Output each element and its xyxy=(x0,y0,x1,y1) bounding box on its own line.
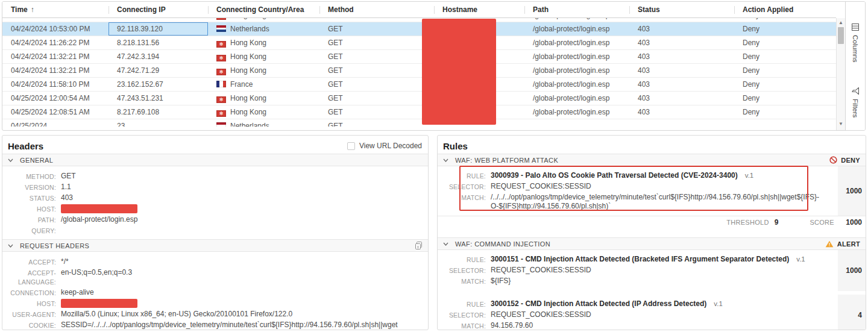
section-title: WAF: COMMAND INJECTION xyxy=(455,240,550,248)
chevron-down-icon[interactable] xyxy=(8,158,13,162)
rule-text: 3000151 - CMD Injection Attack Detected … xyxy=(491,255,814,265)
waf-web-platform-attack-section-header[interactable]: WAF: WEB PLATFORM ATTACK DENY xyxy=(438,154,866,166)
table-row[interactable]: 04/24/2024 11:32:21 PM 47.242.3.194 Hong… xyxy=(2,50,836,64)
cell-action: Deny xyxy=(734,18,836,22)
deny-action-label: DENY xyxy=(841,157,860,164)
chevron-down-icon[interactable] xyxy=(443,158,448,162)
partial-row-bottom: 04/25/2024 23. Netherlands GET xyxy=(2,119,836,127)
field-value: 1.1 xyxy=(61,183,78,192)
rule-3000151-block: RULE:3000151 - CMD Injection Attack Dete… xyxy=(438,250,866,291)
match-value: ${IFS} xyxy=(491,277,519,286)
cell-country: Netherlands xyxy=(208,119,319,127)
events-table-card: Time↑ Connecting IP Connecting Country/A… xyxy=(2,1,866,131)
columns-button[interactable]: Columns xyxy=(852,23,859,62)
selector-label: SELECTOR: xyxy=(438,182,491,192)
cell-ip: 47.242.71.29 xyxy=(108,64,208,77)
column-header-path[interactable]: Path xyxy=(524,2,629,17)
netherlands-flag-icon xyxy=(216,25,226,32)
table-row[interactable]: 04/25/2024 12:00:54 AM 47.243.51.231 Hon… xyxy=(2,92,836,105)
match-value: /../../../opt/panlogs/tmp/device_telemet… xyxy=(491,193,828,211)
column-header-country[interactable]: Connecting Country/Area xyxy=(208,2,319,17)
cell-country: Hong Kong xyxy=(208,64,319,77)
cell-path: /global-protect/login.esp xyxy=(524,92,629,105)
view-url-decoded-label: View URL Decoded xyxy=(359,142,422,150)
chevron-down-icon[interactable] xyxy=(8,244,13,248)
waf-event-page: Time↑ Connecting IP Connecting Country/A… xyxy=(0,0,868,335)
cell-method: GET xyxy=(319,119,434,127)
table-row[interactable]: 04/24/2024 11:58:10 PM 23.162.152.67 Fra… xyxy=(2,78,836,92)
cell-country: France xyxy=(208,78,319,91)
chevron-down-icon[interactable] xyxy=(443,242,448,246)
request-header-fields: ACCEPT:*/* ACCEPT-LANGUAGE:en-US;q=0.5,e… xyxy=(2,252,428,330)
field-label: STATUS: xyxy=(2,193,61,203)
cell-time: 04/24/2024 11:26:22 PM xyxy=(2,36,108,49)
field-value: 403 xyxy=(61,193,80,203)
deny-prohibition-icon xyxy=(829,156,837,164)
cell-time: 04/24/2024 11:32:21 PM xyxy=(2,64,108,77)
cell-time: 04/25/2024 xyxy=(2,119,108,127)
table-row[interactable]: 04/24/2024 11:26:22 PM 8.218.131.56 Hong… xyxy=(2,36,836,50)
cell-ip-focused[interactable]: 92.118.39.120 xyxy=(108,22,208,36)
france-flag-icon xyxy=(216,81,226,87)
column-header-status[interactable]: Status xyxy=(629,2,734,17)
cell-action: Deny xyxy=(734,105,836,119)
column-header-time[interactable]: Time↑ xyxy=(2,2,108,17)
field-label: USER-AGENT: xyxy=(2,310,61,319)
table-row-selected[interactable]: 04/24/2024 10:53:00 PM 92.118.39.120 Net… xyxy=(2,22,836,36)
scroll-down-arrow-icon[interactable]: ▼ xyxy=(837,121,845,128)
table-row[interactable]: 04/24/2024 11:32:21 PM 47.242.71.29 Hong… xyxy=(2,64,836,78)
cell-method: GET xyxy=(319,36,434,49)
cell-method: GET xyxy=(319,22,434,36)
hong-kong-flag-icon xyxy=(216,69,226,75)
copy-icon[interactable] xyxy=(415,242,423,250)
headers-panel: Headers View URL Decoded GENERAL METHOD:… xyxy=(2,135,429,330)
column-header-action[interactable]: Action Applied xyxy=(734,2,836,17)
general-section-title: GENERAL xyxy=(20,157,53,164)
cell-status: 403 xyxy=(629,22,734,36)
events-table: Time↑ Connecting IP Connecting Country/A… xyxy=(2,2,836,130)
filter-funnel-icon xyxy=(852,87,859,95)
field-label: HOST: xyxy=(2,204,61,214)
cell-ip: 23. xyxy=(108,119,208,127)
scrollbar-thumb[interactable] xyxy=(838,27,844,44)
general-fields: METHOD:GET VERSION:1.1 STATUS:403 HOST: … xyxy=(2,166,428,239)
scroll-up-arrow-icon[interactable]: ▲ xyxy=(837,19,845,27)
rule-3000152-block: RULE:3000152 - CMD Injection Attack Dete… xyxy=(438,295,866,330)
field-value: */* xyxy=(61,257,76,267)
table-row[interactable]: 04/25/2024 12:08:51 AM 8.217.69.108 Hong… xyxy=(2,105,836,119)
column-header-hostname[interactable]: Hostname xyxy=(434,2,524,17)
rule-version: v.1 xyxy=(714,300,723,307)
filters-button[interactable]: Filters xyxy=(852,87,859,117)
field-label: HOST: xyxy=(2,299,61,308)
cell-ip: 8.218.131.56 xyxy=(108,36,208,49)
hong-kong-flag-icon xyxy=(216,18,226,20)
headers-panel-title: Headers xyxy=(8,141,43,151)
waf-command-injection-section-header[interactable]: WAF: COMMAND INJECTION ALERT xyxy=(438,237,866,250)
field-label: QUERY: xyxy=(2,226,61,236)
field-value: GET xyxy=(61,172,83,181)
table-row[interactable]: Hong Kong GET /global-protect/login.esp … xyxy=(2,18,836,22)
cell-country: Hong Kong xyxy=(208,105,319,119)
cell-status: 403 xyxy=(629,92,734,105)
view-url-decoded-control[interactable]: View URL Decoded xyxy=(347,142,422,150)
field-value xyxy=(61,226,68,236)
field-label: VERSION: xyxy=(2,183,61,192)
rule-version: v.1 xyxy=(745,172,754,179)
table-row[interactable]: 04/25/2024 23. Netherlands GET xyxy=(2,119,836,127)
hostname-redaction-overlay xyxy=(422,19,496,125)
column-header-connecting-ip[interactable]: Connecting IP xyxy=(108,2,208,17)
column-header-method[interactable]: Method xyxy=(319,2,434,17)
general-section-header[interactable]: GENERAL xyxy=(2,154,428,166)
cell-status: 403 xyxy=(629,36,734,49)
cell-country: Hong Kong xyxy=(208,50,319,63)
cell-time: 04/24/2024 11:32:21 PM xyxy=(2,50,108,63)
columns-grid-icon xyxy=(852,23,859,31)
table-scrollbar[interactable]: ▲ ▼ xyxy=(836,18,845,130)
sort-ascending-icon[interactable]: ↑ xyxy=(31,5,34,14)
cell-ip: 47.242.3.194 xyxy=(108,50,208,63)
view-url-decoded-checkbox[interactable] xyxy=(347,142,355,150)
request-headers-section-header[interactable]: REQUEST HEADERS xyxy=(2,239,428,252)
match-value: 94.156.79.60 xyxy=(491,321,541,330)
cell-time: 04/25/2024 12:00:54 AM xyxy=(2,92,108,105)
section-title: WAF: WEB PLATFORM ATTACK xyxy=(455,157,558,164)
